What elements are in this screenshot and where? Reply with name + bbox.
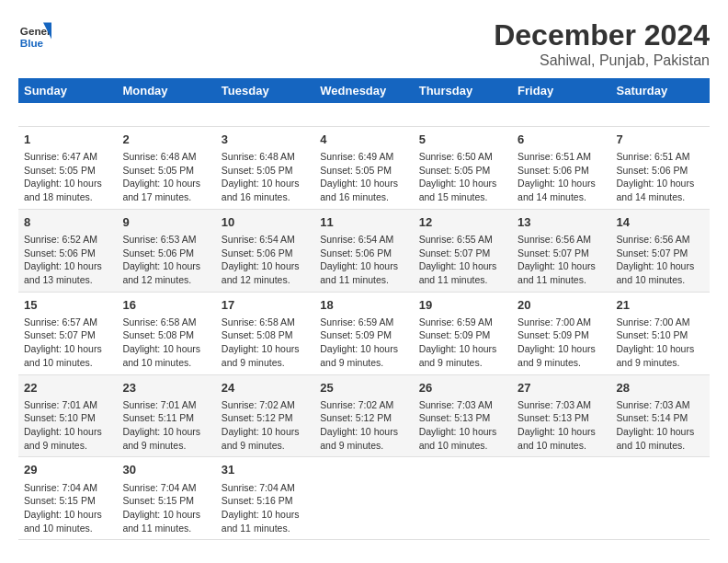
week-row-4: 15Sunrise: 6:57 AMSunset: 5:07 PMDayligh…	[18, 292, 710, 374]
day-number: 11	[320, 214, 407, 231]
day-info: Sunset: 5:06 PM	[518, 165, 589, 176]
day-number: 8	[24, 214, 111, 231]
calendar-cell: 13Sunrise: 6:56 AMSunset: 5:07 PMDayligh…	[512, 209, 610, 292]
calendar-cell: 9Sunrise: 6:53 AMSunset: 5:06 PMDaylight…	[117, 209, 215, 292]
col-header-friday: Friday	[512, 78, 610, 103]
day-info: Sunrise: 7:00 AM	[617, 316, 690, 327]
day-info: Sunrise: 7:03 AM	[419, 399, 493, 410]
day-info: Sunset: 5:12 PM	[222, 412, 293, 423]
day-info: Sunset: 5:05 PM	[122, 165, 194, 176]
calendar-cell: 15Sunrise: 6:57 AMSunset: 5:07 PMDayligh…	[18, 292, 117, 374]
day-info: Daylight: 10 hours and 12 minutes.	[222, 260, 300, 285]
calendar-cell	[512, 103, 610, 126]
day-number: 16	[122, 297, 210, 314]
day-info: Sunrise: 7:02 AM	[320, 399, 393, 410]
day-info: Sunrise: 6:54 AM	[320, 234, 393, 245]
day-info: Sunset: 5:15 PM	[24, 495, 96, 506]
day-number: 21	[617, 297, 704, 314]
day-number: 2	[122, 132, 210, 148]
day-info: Sunrise: 6:51 AM	[518, 151, 591, 162]
day-info: Sunrise: 6:59 AM	[320, 316, 393, 327]
day-number: 5	[419, 132, 506, 148]
day-info: Sunrise: 7:04 AM	[222, 482, 295, 493]
day-number: 31	[222, 462, 309, 478]
calendar-header-row: SundayMondayTuesdayWednesdayThursdayFrid…	[18, 78, 710, 103]
day-info: Daylight: 10 hours and 9 minutes.	[122, 426, 200, 451]
calendar-cell: 16Sunrise: 6:58 AMSunset: 5:08 PMDayligh…	[117, 292, 215, 374]
day-info: Sunrise: 6:50 AM	[419, 151, 493, 162]
calendar-table: SundayMondayTuesdayWednesdayThursdayFrid…	[18, 78, 710, 540]
day-info: Daylight: 10 hours and 12 minutes.	[122, 260, 200, 285]
calendar-cell	[117, 103, 215, 126]
day-info: Sunset: 5:07 PM	[419, 247, 491, 259]
calendar-cell: 2Sunrise: 6:48 AMSunset: 5:05 PMDaylight…	[117, 126, 215, 209]
day-number: 4	[320, 132, 407, 148]
day-info: Sunrise: 6:58 AM	[122, 316, 196, 327]
day-info: Sunrise: 7:04 AM	[24, 482, 97, 493]
day-info: Daylight: 10 hours and 14 minutes.	[518, 178, 596, 202]
day-info: Sunrise: 7:00 AM	[518, 316, 591, 327]
calendar-cell	[611, 103, 710, 126]
calendar-cell: 23Sunrise: 7:01 AMSunset: 5:11 PMDayligh…	[117, 374, 215, 457]
calendar-cell: 30Sunrise: 7:04 AMSunset: 5:15 PMDayligh…	[117, 457, 215, 540]
day-info: Daylight: 10 hours and 10 minutes.	[24, 343, 102, 368]
day-number: 7	[617, 132, 704, 148]
calendar-cell	[314, 103, 413, 126]
day-number: 3	[222, 132, 309, 148]
day-number: 26	[419, 380, 506, 396]
col-header-sunday: Sunday	[18, 78, 117, 103]
day-info: Daylight: 10 hours and 10 minutes.	[24, 509, 102, 534]
col-header-saturday: Saturday	[611, 78, 710, 103]
day-info: Daylight: 10 hours and 15 minutes.	[419, 178, 497, 202]
day-info: Sunset: 5:05 PM	[222, 165, 293, 176]
week-row-5: 22Sunrise: 7:01 AMSunset: 5:10 PMDayligh…	[18, 374, 710, 457]
day-info: Daylight: 10 hours and 11 minutes.	[122, 509, 200, 534]
day-info: Sunset: 5:15 PM	[122, 495, 194, 506]
calendar-cell: 1Sunrise: 6:47 AMSunset: 5:05 PMDaylight…	[18, 126, 117, 209]
day-info: Daylight: 10 hours and 10 minutes.	[617, 426, 695, 451]
subtitle: Sahiwal, Punjab, Pakistan	[494, 52, 710, 69]
day-number: 22	[24, 380, 111, 396]
calendar-cell	[512, 457, 610, 540]
day-info: Sunrise: 6:48 AM	[222, 151, 295, 162]
day-number: 25	[320, 380, 407, 396]
day-info: Daylight: 10 hours and 9 minutes.	[222, 426, 300, 451]
day-number: 17	[222, 297, 309, 314]
calendar-cell: 10Sunrise: 6:54 AMSunset: 5:06 PMDayligh…	[216, 209, 314, 292]
col-header-wednesday: Wednesday	[314, 78, 413, 103]
day-info: Sunrise: 6:49 AM	[320, 151, 393, 162]
day-info: Sunset: 5:09 PM	[518, 329, 589, 340]
day-number: 28	[617, 380, 704, 396]
col-header-thursday: Thursday	[414, 78, 512, 103]
day-info: Daylight: 10 hours and 10 minutes.	[518, 426, 596, 451]
calendar-cell: 12Sunrise: 6:55 AMSunset: 5:07 PMDayligh…	[414, 209, 512, 292]
calendar-cell: 20Sunrise: 7:00 AMSunset: 5:09 PMDayligh…	[512, 292, 610, 374]
day-number: 12	[419, 214, 506, 231]
week-row-1	[18, 103, 710, 126]
day-info: Sunrise: 6:57 AM	[24, 316, 97, 327]
day-number: 24	[222, 380, 309, 396]
day-info: Daylight: 10 hours and 10 minutes.	[617, 260, 695, 285]
calendar-cell: 28Sunrise: 7:03 AMSunset: 5:14 PMDayligh…	[611, 374, 710, 457]
day-info: Daylight: 10 hours and 14 minutes.	[617, 178, 695, 202]
day-number: 18	[320, 297, 407, 314]
calendar-cell	[314, 457, 413, 540]
week-row-2: 1Sunrise: 6:47 AMSunset: 5:05 PMDaylight…	[18, 126, 710, 209]
calendar-cell: 8Sunrise: 6:52 AMSunset: 5:06 PMDaylight…	[18, 209, 117, 292]
day-number: 13	[518, 214, 605, 231]
day-info: Daylight: 10 hours and 9 minutes.	[24, 426, 102, 451]
calendar-cell	[414, 457, 512, 540]
day-info: Sunrise: 6:52 AM	[24, 234, 97, 245]
day-info: Sunset: 5:14 PM	[617, 412, 688, 423]
calendar-cell: 6Sunrise: 6:51 AMSunset: 5:06 PMDaylight…	[512, 126, 610, 209]
day-info: Sunrise: 6:51 AM	[617, 151, 690, 162]
day-info: Sunset: 5:08 PM	[222, 329, 293, 340]
day-number: 23	[122, 380, 210, 396]
day-info: Daylight: 10 hours and 18 minutes.	[24, 178, 102, 202]
day-info: Sunrise: 6:58 AM	[222, 316, 295, 327]
day-info: Daylight: 10 hours and 13 minutes.	[24, 260, 102, 285]
day-info: Sunset: 5:16 PM	[222, 495, 293, 506]
day-info: Sunset: 5:07 PM	[518, 247, 589, 259]
day-info: Sunset: 5:05 PM	[24, 165, 96, 176]
day-number: 6	[518, 132, 605, 148]
